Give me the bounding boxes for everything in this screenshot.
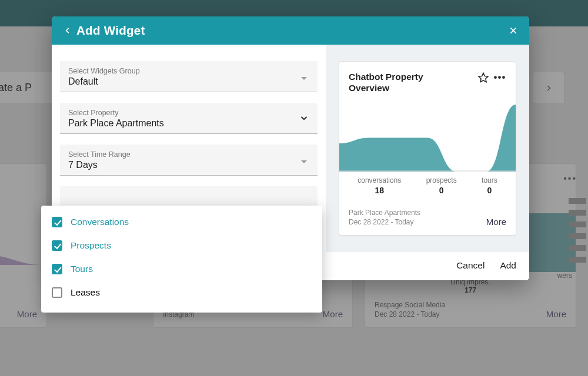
chevron-down-icon xyxy=(301,160,307,163)
back-button[interactable] xyxy=(60,23,75,38)
cancel-button[interactable]: Cancel xyxy=(456,260,485,271)
chevron-down-icon xyxy=(299,113,309,123)
modal-header: Add Widget xyxy=(52,16,529,45)
property-select[interactable]: Select Property Park Place Apartments xyxy=(60,103,318,134)
preview-stats: conversations18 prospects0 tours0 xyxy=(339,174,516,199)
metric-option-leases[interactable]: Leases xyxy=(41,281,322,304)
checkbox-icon xyxy=(52,264,62,274)
option-label: Conversations xyxy=(71,217,129,227)
more-icon[interactable]: ••• xyxy=(493,71,506,84)
option-label: Tours xyxy=(71,264,93,274)
widgets-group-select[interactable]: Select Widgets Group Default xyxy=(60,61,318,92)
checkbox-icon xyxy=(52,217,62,227)
svg-marker-2 xyxy=(479,73,488,82)
preview-title: Chatbot Property Overview xyxy=(349,71,449,94)
metrics-dropdown[interactable]: Conversations Prospects Tours Leases xyxy=(41,206,322,313)
add-button[interactable]: Add xyxy=(500,260,516,271)
preview-more-link[interactable]: More xyxy=(486,217,506,227)
stat-item: tours0 xyxy=(482,176,497,195)
field-label: Select Time Range xyxy=(68,150,309,159)
metric-option-conversations[interactable]: Conversations xyxy=(41,210,322,234)
star-icon[interactable] xyxy=(477,71,490,84)
field-value: 7 Days xyxy=(68,160,309,170)
stat-item: conversations18 xyxy=(358,176,401,195)
option-label: Leases xyxy=(71,287,100,298)
checkbox-icon xyxy=(52,240,62,251)
field-label: Select Property xyxy=(68,109,309,117)
metrics-select[interactable] xyxy=(60,186,318,207)
metric-option-prospects[interactable]: Prospects xyxy=(41,234,322,257)
chevron-down-icon xyxy=(301,77,307,80)
time-range-select[interactable]: Select Time Range 7 Days xyxy=(60,145,318,176)
widget-preview-card: Chatbot Property Overview ••• conversati… xyxy=(339,61,516,236)
field-value: Default xyxy=(68,76,309,87)
option-label: Prospects xyxy=(71,240,111,251)
field-value: Park Place Apartments xyxy=(68,118,309,129)
checkbox-icon xyxy=(52,287,62,298)
preview-column: Chatbot Property Overview ••• conversati… xyxy=(326,45,529,252)
modal-title: Add Widget xyxy=(76,24,145,38)
close-button[interactable] xyxy=(506,23,521,38)
field-label: Select Widgets Group xyxy=(68,67,309,75)
preview-meta: Park Place ApartmentsDec 28 2022 - Today xyxy=(349,208,420,227)
metric-option-tours[interactable]: Tours xyxy=(41,257,322,281)
stat-item: prospects0 xyxy=(426,176,457,195)
preview-chart xyxy=(339,101,516,172)
